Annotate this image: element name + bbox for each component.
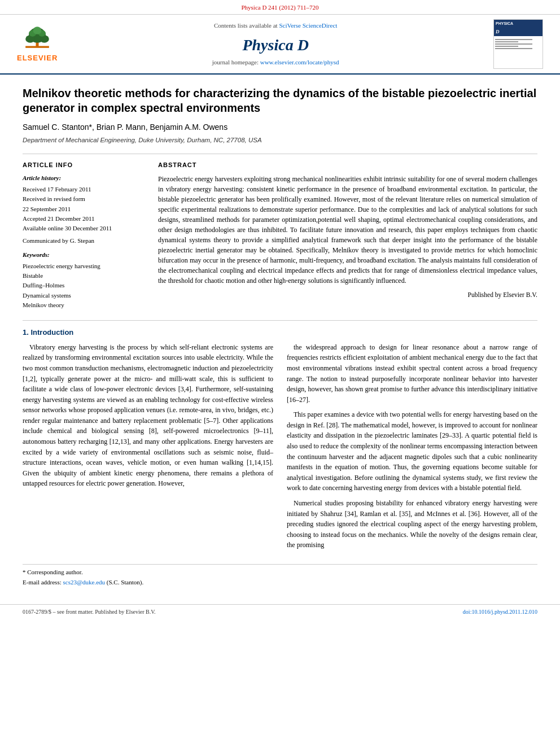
svg-point-7	[33, 27, 42, 34]
elsevier-logo: ELSEVIER	[17, 25, 58, 63]
abstract-label: ABSTRACT	[158, 161, 537, 169]
journal-cover-thumbnail: PHYSICA D	[493, 19, 543, 69]
cover-line-3	[495, 43, 532, 45]
intro-title: Introduction	[30, 328, 73, 337]
elsevier-tree-icon	[23, 25, 51, 53]
journal-header: Physica D 241 (2012) 711–720	[0, 0, 560, 15]
keywords-label: Keywords:	[23, 251, 147, 259]
intro-right-para-2: This paper examines a device with two po…	[287, 409, 537, 493]
authors-text: Samuel C. Stanton*, Brian P. Mann, Benja…	[23, 123, 228, 132]
footnote-email-label: E-mail address:	[23, 579, 62, 586]
cover-line-1	[495, 39, 532, 40]
keyword-5: Melnikov theory	[23, 301, 147, 309]
accepted-date: Accepted 21 December 2011	[23, 215, 147, 223]
cover-line-5	[495, 48, 532, 49]
intro-right-para-1: the widespread approach to design for li…	[287, 342, 537, 405]
footer-copyright: 0167-2789/$ – see front matter. Publishe…	[23, 608, 156, 616]
doi-link[interactable]: doi:10.1016/j.physd.2011.12.010	[463, 609, 537, 615]
footnote-email: E-mail address: scs23@duke.edu (S.C. Sta…	[23, 578, 537, 587]
intro-right-para-3: Numerical studies proposing bistability …	[287, 498, 537, 551]
cover-line-4	[495, 46, 518, 47]
main-content: Melnikov theoretic methods for character…	[0, 75, 560, 598]
intro-number: 1.	[23, 328, 29, 337]
cover-body	[494, 36, 542, 69]
footnote-email-link[interactable]: scs23@duke.edu	[63, 579, 105, 586]
contents-line: Contents lists available at SciVerse Sci…	[212, 21, 339, 30]
article-info-abstract: ARTICLE INFO Article history: Received 1…	[23, 154, 537, 311]
cover-lines	[495, 39, 541, 49]
journal-homepage: journal homepage: www.elsevier.com/locat…	[212, 58, 339, 67]
cover-line-2	[495, 41, 518, 42]
cover-subtitle: D	[494, 28, 542, 36]
received-revised-label: Received in revised form	[23, 195, 147, 203]
keyword-3: Duffing–Holmes	[23, 281, 147, 290]
keyword-4: Dynamical systems	[23, 291, 147, 300]
footnote-star: * Corresponding author.	[23, 568, 537, 576]
abstract-text: Piezoelectric energy harvesters exploiti…	[158, 174, 537, 286]
footnote-email-suffix: (S.C. Stanton).	[107, 579, 143, 586]
intro-left-para: Vibratory energy harvesting is the proce…	[23, 342, 273, 489]
communicated: Communicated by G. Stepan	[23, 237, 147, 245]
authors: Samuel C. Stanton*, Brian P. Mann, Benja…	[23, 122, 537, 133]
journal-citation: Physica D 241 (2012) 711–720	[241, 4, 318, 11]
section-divider	[23, 320, 537, 321]
sciverse-link[interactable]: SciVerse ScienceDirect	[279, 22, 337, 29]
intro-left-col: Vibratory energy harvesting is the proce…	[23, 342, 273, 555]
elsevier-text: ELSEVIER	[17, 53, 58, 63]
journal-title: Physica D	[212, 34, 339, 56]
intro-right-col: the widespread approach to design for li…	[287, 342, 537, 555]
keyword-2: Bistable	[23, 272, 147, 280]
cover-top-label: PHYSICA	[494, 20, 542, 28]
footer-doi: doi:10.1016/j.physd.2011.12.010	[463, 608, 537, 616]
affiliation: Department of Mechanical Engineering, Du…	[23, 136, 537, 145]
article-info-label: ARTICLE INFO	[23, 161, 147, 169]
available-date: Available online 30 December 2011	[23, 224, 147, 233]
homepage-url[interactable]: www.elsevier.com/locate/physd	[260, 59, 339, 65]
abstract-col: ABSTRACT Piezoelectric energy harvesters…	[158, 161, 537, 311]
paper-title: Melnikov theoretic methods for character…	[23, 86, 537, 115]
revised-date: 22 September 2011	[23, 205, 147, 213]
intro-heading: 1. Introduction	[23, 327, 537, 338]
footnotes-area: * Corresponding author. E-mail address: …	[23, 564, 537, 587]
intro-body: Vibratory energy harvesting is the proce…	[23, 342, 537, 555]
journal-center-info: Contents lists available at SciVerse Sci…	[212, 21, 339, 67]
published-by: Published by Elsevier B.V.	[158, 290, 537, 299]
article-info-col: ARTICLE INFO Article history: Received 1…	[23, 161, 147, 311]
history-label: Article history:	[23, 174, 147, 182]
page-footer: 0167-2789/$ – see front matter. Publishe…	[0, 604, 560, 619]
keyword-1: Piezoelectric energy harvesting	[23, 262, 147, 270]
journal-top-bar: ELSEVIER Contents lists available at Sci…	[0, 15, 560, 75]
received-date: Received 17 February 2011	[23, 185, 147, 194]
